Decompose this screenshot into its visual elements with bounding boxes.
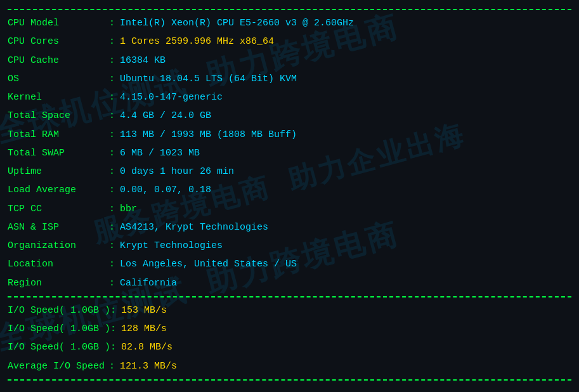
load-average-label: Load Average — [8, 183, 109, 197]
system-info-section: CPU Model : Intel(R) Xeon(R) CPU E5-2660… — [8, 14, 571, 292]
bottom-divider — [8, 379, 571, 381]
total-swap-row: Total SWAP : 6 MB / 1023 MB — [8, 144, 571, 162]
io-speed-3-value: 82.8 MB/s — [121, 340, 172, 355]
io-speed-1-row: I/O Speed( 1.0GB ) : 153 MB/s — [8, 301, 571, 320]
load-average-colon: : — [109, 183, 115, 197]
tcp-cc-value: bbr — [120, 202, 137, 216]
asn-isp-colon: : — [109, 220, 115, 235]
cpu-model-label: CPU Model — [8, 16, 109, 30]
os-value: Ubuntu 18.04.5 LTS (64 Bit) KVM — [120, 72, 297, 86]
cpu-model-colon: : — [109, 16, 115, 30]
middle-divider — [8, 296, 571, 297]
kernel-colon: : — [109, 90, 115, 105]
region-colon: : — [109, 276, 115, 291]
io-speed-3-row: I/O Speed( 1.0GB ) : 82.8 MB/s — [8, 338, 571, 356]
cpu-cache-label: CPU Cache — [8, 53, 109, 68]
top-divider — [8, 9, 571, 10]
load-average-row: Load Average : 0.00, 0.07, 0.18 — [8, 181, 571, 199]
os-colon: : — [109, 72, 115, 86]
os-label: OS — [8, 72, 109, 86]
total-ram-label: Total RAM — [8, 127, 109, 142]
cpu-cores-row: CPU Cores : 1 Cores 2599.996 MHz x86_64 — [8, 32, 571, 51]
total-swap-colon: : — [109, 146, 115, 160]
io-speed-1-value: 153 MB/s — [121, 303, 167, 318]
asn-isp-row: ASN & ISP : AS4213, Krypt Technologies — [8, 218, 571, 237]
cpu-cache-row: CPU Cache : 16384 KB — [8, 51, 571, 70]
load-average-value: 0.00, 0.07, 0.18 — [120, 183, 211, 197]
region-label: Region — [8, 276, 109, 291]
organization-label: Organization — [8, 238, 109, 253]
kernel-label: Kernel — [8, 90, 109, 105]
organization-value: Krypt Technologies — [120, 238, 223, 253]
organization-row: Organization : Krypt Technologies — [8, 237, 571, 255]
uptime-value: 0 days 1 hour 26 min — [120, 164, 234, 179]
cpu-cache-colon: : — [109, 53, 115, 68]
total-swap-label: Total SWAP — [8, 146, 109, 160]
avg-io-speed-colon: : — [109, 359, 115, 374]
location-row: Location : Los Angeles, United States / … — [8, 255, 571, 273]
location-value: Los Angeles, United States / US — [120, 257, 297, 271]
io-speed-2-row: I/O Speed( 1.0GB ) : 128 MB/s — [8, 320, 571, 338]
cpu-model-row: CPU Model : Intel(R) Xeon(R) CPU E5-2660… — [8, 14, 571, 32]
total-ram-colon: : — [109, 127, 115, 142]
total-space-colon: : — [109, 108, 115, 123]
cpu-cache-value: 16384 KB — [120, 53, 166, 68]
asn-isp-label: ASN & ISP — [8, 220, 109, 235]
os-row: OS : Ubuntu 18.04.5 LTS (64 Bit) KVM — [8, 70, 571, 88]
location-colon: : — [109, 257, 115, 271]
total-space-value: 4.4 GB / 24.0 GB — [120, 108, 211, 123]
io-speed-1-label: I/O Speed( 1.0GB ) — [8, 303, 110, 318]
kernel-row: Kernel : 4.15.0-147-generic — [8, 88, 571, 107]
location-label: Location — [8, 257, 109, 271]
cpu-cores-colon: : — [109, 34, 115, 49]
avg-io-speed-label: Average I/O Speed — [8, 359, 109, 374]
cpu-cores-value: 1 Cores 2599.996 MHz x86_64 — [120, 34, 274, 49]
io-speed-3-label: I/O Speed( 1.0GB ) — [8, 340, 110, 355]
organization-colon: : — [109, 238, 115, 253]
avg-io-speed-value: 121.3 MB/s — [120, 359, 177, 374]
uptime-colon: : — [109, 164, 115, 179]
tcp-cc-row: TCP CC : bbr — [8, 200, 571, 218]
total-ram-value: 113 MB / 1993 MB (1808 MB Buff) — [120, 127, 297, 142]
region-row: Region : California — [8, 274, 571, 292]
uptime-label: Uptime — [8, 164, 109, 179]
cpu-model-value: Intel(R) Xeon(R) CPU E5-2660 v3 @ 2.60GH… — [120, 16, 354, 30]
io-speed-2-value: 128 MB/s — [121, 322, 167, 336]
region-value: California — [120, 276, 177, 291]
total-ram-row: Total RAM : 113 MB / 1993 MB (1808 MB Bu… — [8, 126, 571, 144]
uptime-row: Uptime : 0 days 1 hour 26 min — [8, 162, 571, 181]
total-space-row: Total Space : 4.4 GB / 24.0 GB — [8, 107, 571, 125]
io-speed-3-colon: : — [110, 340, 116, 355]
total-swap-value: 6 MB / 1023 MB — [120, 146, 200, 160]
tcp-cc-label: TCP CC — [8, 202, 109, 216]
cpu-cores-label: CPU Cores — [8, 34, 109, 49]
total-space-label: Total Space — [8, 108, 109, 123]
io-speed-section: I/O Speed( 1.0GB ) : 153 MB/s I/O Speed(… — [8, 301, 571, 376]
io-speed-2-label: I/O Speed( 1.0GB ) — [8, 322, 110, 336]
io-speed-2-colon: : — [110, 322, 116, 336]
io-speed-1-colon: : — [110, 303, 116, 318]
tcp-cc-colon: : — [109, 202, 115, 216]
avg-io-speed-row: Average I/O Speed : 121.3 MB/s — [8, 357, 571, 376]
asn-isp-value: AS4213, Krypt Technologies — [120, 220, 268, 235]
kernel-value: 4.15.0-147-generic — [120, 90, 223, 105]
